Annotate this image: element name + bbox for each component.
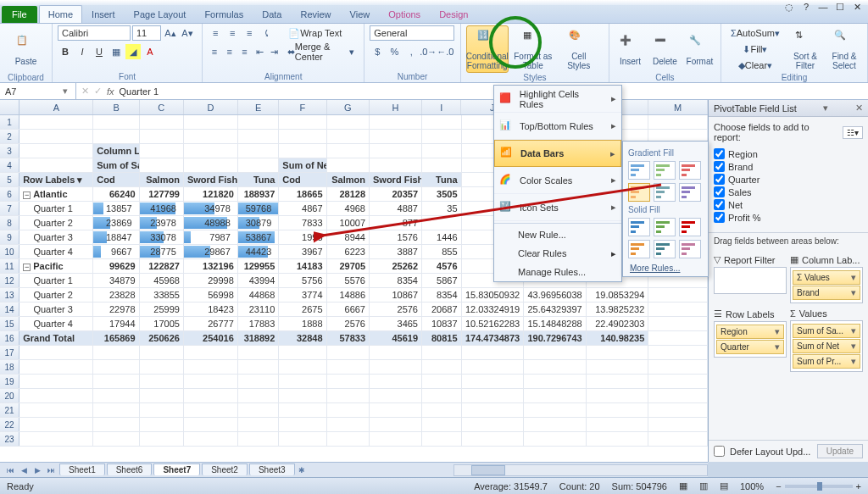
enter-icon[interactable]: ✓ — [94, 86, 102, 97]
cell[interactable] — [184, 403, 238, 417]
format-as-table-button[interactable]: ▦ Format as Table — [512, 25, 554, 73]
sheet-tab[interactable]: Sheet2 — [202, 463, 248, 475]
name-box[interactable]: ▾ — [0, 83, 76, 99]
col-header[interactable]: M — [648, 100, 708, 114]
cell[interactable]: 23978 — [140, 216, 184, 230]
cell[interactable]: 4576 — [422, 259, 462, 273]
cell[interactable] — [422, 432, 462, 446]
cell[interactable] — [184, 375, 238, 388]
cell[interactable] — [648, 432, 708, 446]
cell[interactable] — [93, 115, 139, 129]
cell[interactable]: 14886 — [327, 288, 370, 302]
cell[interactable]: 29998 — [184, 274, 238, 287]
cell[interactable]: Sum of Sales — [93, 158, 139, 172]
cell[interactable] — [140, 432, 184, 446]
cell[interactable]: 18847 — [93, 230, 139, 244]
fx-icon[interactable]: fx — [107, 86, 114, 97]
cell[interactable]: 8354 — [422, 288, 462, 302]
cell[interactable] — [370, 360, 422, 374]
field-checkbox[interactable]: Quarter — [714, 173, 863, 186]
cf-color-scales[interactable]: 🌈Color Scales▸ — [494, 167, 621, 194]
cell[interactable] — [19, 346, 93, 359]
row-header[interactable]: 23 — [0, 432, 19, 446]
comma-button[interactable]: , — [403, 44, 419, 59]
cell[interactable]: 174.4734873 — [462, 331, 525, 345]
cell[interactable]: Sword Fish — [370, 173, 422, 186]
col-header[interactable]: C — [140, 100, 184, 114]
delete-cells-button[interactable]: ➖Delete — [649, 25, 681, 73]
cell[interactable] — [648, 360, 708, 374]
row-header[interactable]: 9 — [0, 230, 19, 244]
grow-font-button[interactable]: A▴ — [163, 25, 178, 41]
cell[interactable] — [370, 389, 422, 402]
cell[interactable] — [19, 130, 93, 143]
font-color-button[interactable]: A — [142, 44, 158, 59]
cell[interactable]: 13.9825232 — [587, 303, 649, 316]
cell[interactable] — [648, 115, 708, 129]
view-layout-button[interactable]: ▥ — [699, 480, 708, 491]
row-header[interactable]: 10 — [0, 245, 19, 258]
view-pagebreak-button[interactable]: ▤ — [720, 480, 728, 491]
minimize-icon[interactable]: — — [817, 2, 829, 13]
cell[interactable] — [422, 346, 462, 359]
restore-icon[interactable]: ☐ — [834, 2, 846, 13]
cell[interactable] — [327, 389, 370, 402]
cell[interactable] — [524, 432, 587, 446]
cell[interactable]: Sword Fish — [184, 173, 238, 186]
col-header[interactable]: B — [93, 100, 139, 114]
cell[interactable] — [370, 158, 422, 172]
tab-file[interactable]: File — [2, 6, 37, 23]
cell[interactable] — [238, 389, 280, 402]
cancel-icon[interactable]: ✕ — [81, 86, 89, 97]
cell[interactable] — [279, 346, 326, 359]
cell[interactable] — [648, 389, 708, 402]
cell[interactable] — [238, 115, 280, 129]
cell[interactable] — [327, 418, 370, 431]
tab-review[interactable]: Review — [291, 5, 340, 23]
cell[interactable] — [462, 360, 525, 374]
field-checkbox[interactable]: Brand — [714, 160, 863, 173]
sort-filter-button[interactable]: ⇅Sort & Filter — [787, 25, 823, 73]
cell[interactable]: 34879 — [93, 274, 139, 287]
cell[interactable]: 254016 — [184, 331, 238, 345]
defer-checkbox[interactable] — [714, 446, 725, 457]
zoom-out-icon[interactable]: − — [776, 481, 781, 491]
cell[interactable]: 33078 — [140, 230, 184, 244]
cell[interactable]: 20357 — [370, 187, 422, 201]
indent-inc-button[interactable]: ⇥ — [268, 44, 281, 59]
cell[interactable] — [370, 130, 422, 143]
cell[interactable] — [648, 375, 708, 388]
merge-center-button[interactable]: ⬌ Merge & Center ▾ — [283, 44, 359, 59]
cell[interactable] — [327, 115, 370, 129]
align-mid-button[interactable]: ≡ — [225, 25, 240, 41]
cf-icon-sets[interactable]: 🔣Icon Sets▸ — [494, 194, 621, 221]
cell[interactable]: 43994 — [238, 274, 280, 287]
tab-home[interactable]: Home — [39, 5, 82, 23]
cf-highlight-cells[interactable]: 🟥Highlight Cells Rules▸ — [494, 86, 621, 113]
cell[interactable] — [370, 375, 422, 388]
cell[interactable]: 3505 — [422, 187, 462, 201]
cell[interactable]: 855 — [422, 245, 462, 258]
cell[interactable]: 4968 — [327, 202, 370, 215]
cell[interactable] — [462, 403, 525, 417]
cell[interactable]: 33855 — [140, 288, 184, 302]
cell[interactable] — [462, 389, 525, 402]
cell[interactable]: 7833 — [279, 216, 326, 230]
tab-options[interactable]: Options — [379, 5, 430, 23]
cell[interactable] — [140, 389, 184, 402]
row-header[interactable]: 12 — [0, 274, 19, 287]
cell[interactable] — [93, 346, 139, 359]
cell[interactable] — [422, 389, 462, 402]
cell[interactable] — [279, 403, 326, 417]
cell[interactable]: 1998 — [279, 230, 326, 244]
cell[interactable]: 2675 — [279, 303, 326, 316]
sheet-tab[interactable]: Sheet3 — [249, 463, 295, 475]
cell[interactable]: 32848 — [279, 331, 326, 345]
cell[interactable]: 188937 — [238, 187, 280, 201]
cell[interactable] — [19, 432, 93, 446]
cell[interactable] — [462, 346, 525, 359]
close-icon[interactable]: ✕ — [851, 2, 863, 13]
cell[interactable] — [587, 418, 649, 431]
close-icon[interactable]: ✕ — [855, 103, 863, 114]
cell[interactable] — [93, 403, 139, 417]
